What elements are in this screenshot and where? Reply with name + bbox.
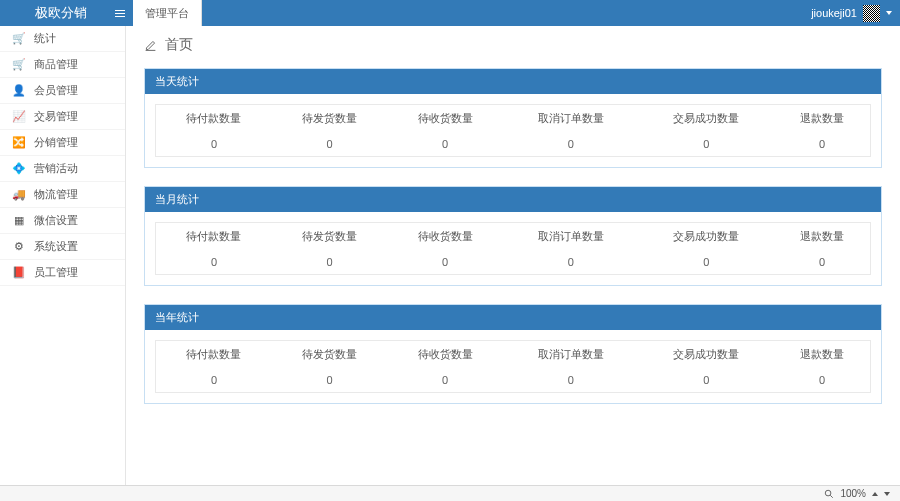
stat-value: 0 xyxy=(503,368,639,393)
status-bar: 100% xyxy=(0,485,900,501)
panel-title: 当年统计 xyxy=(145,305,881,330)
svg-point-0 xyxy=(826,490,832,496)
sidebar-item-icon: ▦ xyxy=(12,214,26,227)
sidebar-item-0[interactable]: 🛒统计 xyxy=(0,26,125,52)
stat-header: 交易成功数量 xyxy=(639,105,775,133)
stats-table: 待付款数量待发货数量待收货数量取消订单数量交易成功数量退款数量000000 xyxy=(155,104,871,157)
panel-body: 待付款数量待发货数量待收货数量取消订单数量交易成功数量退款数量000000 xyxy=(145,212,881,285)
stat-value: 0 xyxy=(272,250,388,275)
sidebar-item-icon: 👤 xyxy=(12,84,26,97)
navbar-right: jioukeji01 xyxy=(811,5,900,22)
stats-panel-1: 当月统计待付款数量待发货数量待收货数量取消订单数量交易成功数量退款数量00000… xyxy=(144,186,882,286)
sidebar-item-label: 统计 xyxy=(34,31,56,46)
sidebar-item-label: 交易管理 xyxy=(34,109,78,124)
stat-value: 0 xyxy=(387,132,503,157)
stat-header: 待收货数量 xyxy=(387,341,503,369)
zoom-down-icon[interactable] xyxy=(884,492,890,496)
sidebar-item-label: 微信设置 xyxy=(34,213,78,228)
stat-header: 退款数量 xyxy=(774,223,870,251)
stats-panel-2: 当年统计待付款数量待发货数量待收货数量取消订单数量交易成功数量退款数量00000… xyxy=(144,304,882,404)
stat-header: 取消订单数量 xyxy=(503,341,639,369)
stats-table: 待付款数量待发货数量待收货数量取消订单数量交易成功数量退款数量000000 xyxy=(155,340,871,393)
sidebar-item-label: 商品管理 xyxy=(34,57,78,72)
stat-value: 0 xyxy=(156,250,272,275)
stats-panel-0: 当天统计待付款数量待发货数量待收货数量取消订单数量交易成功数量退款数量00000… xyxy=(144,68,882,168)
main-content: 首页 当天统计待付款数量待发货数量待收货数量取消订单数量交易成功数量退款数量00… xyxy=(126,26,900,485)
zoom-icon xyxy=(824,489,834,499)
sidebar-item-6[interactable]: 🚚物流管理 xyxy=(0,182,125,208)
sidebar-item-icon: ⚙ xyxy=(12,240,26,253)
sidebar-item-1[interactable]: 🛒商品管理 xyxy=(0,52,125,78)
user-menu-caret-icon[interactable] xyxy=(886,11,892,15)
sidebar-item-icon: 📈 xyxy=(12,110,26,123)
stat-value: 0 xyxy=(503,250,639,275)
zoom-up-icon[interactable] xyxy=(872,492,878,496)
stat-value: 0 xyxy=(272,132,388,157)
stat-value: 0 xyxy=(503,132,639,157)
sidebar-item-label: 营销活动 xyxy=(34,161,78,176)
stat-header: 待收货数量 xyxy=(387,223,503,251)
stat-header: 退款数量 xyxy=(774,341,870,369)
stat-header: 待发货数量 xyxy=(272,341,388,369)
page-header: 首页 xyxy=(144,36,882,54)
sidebar-item-5[interactable]: 💠营销活动 xyxy=(0,156,125,182)
stat-value: 0 xyxy=(639,250,775,275)
stat-header: 交易成功数量 xyxy=(639,341,775,369)
sidebar-item-label: 员工管理 xyxy=(34,265,78,280)
stat-value: 0 xyxy=(774,250,870,275)
edit-icon xyxy=(144,39,157,52)
sidebar-item-icon: 🔀 xyxy=(12,136,26,149)
stat-header: 待付款数量 xyxy=(156,341,272,369)
panel-body: 待付款数量待发货数量待收货数量取消订单数量交易成功数量退款数量000000 xyxy=(145,330,881,403)
panel-title: 当月统计 xyxy=(145,187,881,212)
zoom-value: 100% xyxy=(840,488,866,499)
stat-value: 0 xyxy=(387,368,503,393)
stat-header: 待发货数量 xyxy=(272,223,388,251)
sidebar: 🛒统计🛒商品管理👤会员管理📈交易管理🔀分销管理💠营销活动🚚物流管理▦微信设置⚙系… xyxy=(0,26,126,485)
brand-title: 极欧分销 xyxy=(0,4,115,22)
stat-header: 退款数量 xyxy=(774,105,870,133)
sidebar-item-icon: 💠 xyxy=(12,162,26,175)
stat-header: 待付款数量 xyxy=(156,223,272,251)
sidebar-item-label: 物流管理 xyxy=(34,187,78,202)
panel-title: 当天统计 xyxy=(145,69,881,94)
sidebar-item-icon: 🛒 xyxy=(12,58,26,71)
page-title: 首页 xyxy=(165,36,193,54)
sidebar-item-icon: 🛒 xyxy=(12,32,26,45)
sidebar-item-label: 系统设置 xyxy=(34,239,78,254)
stat-value: 0 xyxy=(774,368,870,393)
sidebar-item-icon: 🚚 xyxy=(12,188,26,201)
stat-value: 0 xyxy=(639,368,775,393)
panel-body: 待付款数量待发货数量待收货数量取消订单数量交易成功数量退款数量000000 xyxy=(145,94,881,167)
stat-header: 取消订单数量 xyxy=(503,223,639,251)
menu-toggle-icon[interactable] xyxy=(115,6,129,20)
sidebar-item-label: 分销管理 xyxy=(34,135,78,150)
qrcode-icon[interactable] xyxy=(863,5,880,22)
stat-header: 待付款数量 xyxy=(156,105,272,133)
stat-header: 待收货数量 xyxy=(387,105,503,133)
stat-value: 0 xyxy=(387,250,503,275)
active-tab[interactable]: 管理平台 xyxy=(133,0,202,26)
sidebar-item-label: 会员管理 xyxy=(34,83,78,98)
stat-value: 0 xyxy=(272,368,388,393)
sidebar-item-7[interactable]: ▦微信设置 xyxy=(0,208,125,234)
stat-header: 交易成功数量 xyxy=(639,223,775,251)
stats-table: 待付款数量待发货数量待收货数量取消订单数量交易成功数量退款数量000000 xyxy=(155,222,871,275)
tab-label: 管理平台 xyxy=(145,6,189,21)
sidebar-item-3[interactable]: 📈交易管理 xyxy=(0,104,125,130)
top-navbar: 极欧分销 管理平台 jioukeji01 xyxy=(0,0,900,26)
stat-value: 0 xyxy=(639,132,775,157)
user-name[interactable]: jioukeji01 xyxy=(811,7,857,19)
sidebar-item-icon: 📕 xyxy=(12,266,26,279)
stat-header: 取消订单数量 xyxy=(503,105,639,133)
stat-header: 待发货数量 xyxy=(272,105,388,133)
stat-value: 0 xyxy=(774,132,870,157)
svg-line-1 xyxy=(831,495,834,498)
sidebar-item-9[interactable]: 📕员工管理 xyxy=(0,260,125,286)
sidebar-item-2[interactable]: 👤会员管理 xyxy=(0,78,125,104)
sidebar-item-8[interactable]: ⚙系统设置 xyxy=(0,234,125,260)
stat-value: 0 xyxy=(156,368,272,393)
sidebar-item-4[interactable]: 🔀分销管理 xyxy=(0,130,125,156)
stat-value: 0 xyxy=(156,132,272,157)
